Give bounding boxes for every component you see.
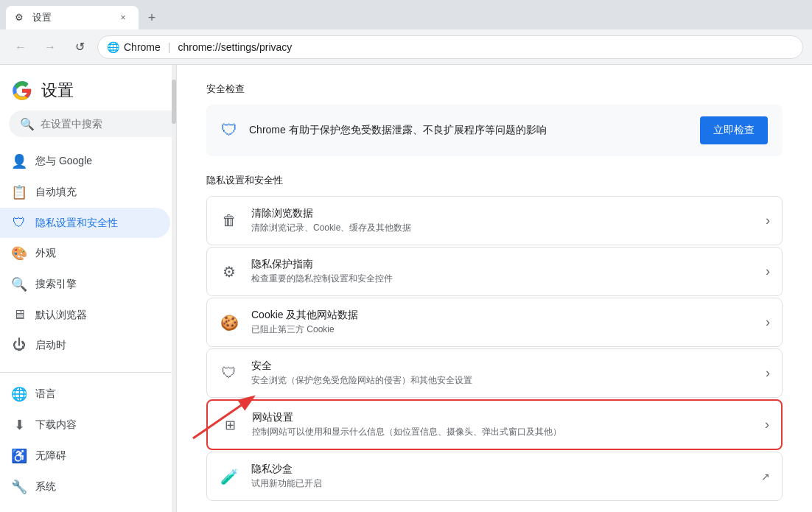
power-icon: ⏻ <box>12 337 27 353</box>
privacy-section-title: 隐私设置和安全性 <box>206 174 783 187</box>
sidebar-item-reset[interactable]: ↺ 重置并清理 <box>0 502 170 512</box>
safety-check-button[interactable]: 立即检查 <box>700 116 768 144</box>
external-link-icon: ↗ <box>761 471 770 483</box>
sidebar-label-search: 搜索引擎 <box>35 278 77 291</box>
setting-item-site-settings[interactable]: ⊞ 网站设置 控制网站可以使用和显示什么信息（如位置信息、摄像头、弹出式窗口及其… <box>206 399 783 450</box>
search-input[interactable] <box>41 118 177 130</box>
privacy-guide-title: 隐私保护指南 <box>251 258 754 271</box>
sidebar-item-downloads[interactable]: ⬇ 下载内容 <box>0 410 170 441</box>
new-tab-button[interactable]: + <box>141 7 162 28</box>
browser-titlebar: ⚙ 设置 × + <box>0 0 812 29</box>
person-icon: 👤 <box>12 153 27 169</box>
sidebar-scrollbar <box>172 65 176 512</box>
safety-check-text: Chrome 有助于保护您免受数据泄露、不良扩展程序等问题的影响 <box>249 124 688 137</box>
cookies-subtitle: 已阻止第三方 Cookie <box>251 323 754 336</box>
page-title: 设置 <box>41 80 74 102</box>
sidebar-item-appearance[interactable]: 🎨 外观 <box>0 238 170 269</box>
settings-search-box[interactable]: 🔍 <box>9 111 177 137</box>
sandbox-content: 隐私沙盒 试用新功能已开启 <box>251 463 749 490</box>
page-title-area: 设置 <box>0 71 176 108</box>
autofill-icon: 📋 <box>12 184 27 200</box>
sidebar-item-accessibility[interactable]: ♿ 无障碍 <box>0 441 170 471</box>
sandbox-subtitle: 试用新功能已开启 <box>251 477 749 490</box>
cookie-icon: 🍪 <box>219 314 239 332</box>
address-bar[interactable]: 🌐 Chrome | chrome://settings/privacy <box>97 35 803 59</box>
desktop-icon: 🖥 <box>12 307 27 323</box>
security-title: 安全 <box>251 360 754 373</box>
setting-item-security[interactable]: 🛡 安全 安全浏览（保护您免受危险网站的侵害）和其他安全设置 › <box>206 348 783 398</box>
sidebar-scrollbar-thumb <box>172 80 176 124</box>
site-settings-title: 网站设置 <box>252 411 753 424</box>
sidebar-label-appearance: 外观 <box>35 247 56 260</box>
search-icon: 🔍 <box>20 117 35 131</box>
shield-icon: 🛡 <box>12 215 27 231</box>
sidebar-item-google[interactable]: 👤 您与 Google <box>0 146 170 177</box>
tab-title: 设置 <box>32 11 111 24</box>
safety-check-title: 安全检查 <box>206 83 783 96</box>
sidebar-item-startup[interactable]: ⏻ 启动时 <box>0 330 170 360</box>
site-settings-content: 网站设置 控制网站可以使用和显示什么信息（如位置信息、摄像头、弹出式窗口及其他） <box>252 411 753 438</box>
site-settings-subtitle: 控制网站可以使用和显示什么信息（如位置信息、摄像头、弹出式窗口及其他） <box>252 426 753 438</box>
refresh-button[interactable]: ↺ <box>68 35 91 59</box>
privacy-guide-content: 隐私保护指南 检查重要的隐私控制设置和安全控件 <box>251 258 754 285</box>
trash-icon: 🗑 <box>219 212 239 229</box>
sidebar: 设置 🔍 👤 您与 Google 📋 自动填充 🛡 隐私设置和安全性 🎨 外观 <box>0 65 177 512</box>
address-separator: | <box>168 41 171 53</box>
setting-item-clear-browsing[interactable]: 🗑 清除浏览数据 清除浏览记录、Cookie、缓存及其他数据 › <box>206 196 783 245</box>
sidebar-item-default-browser[interactable]: 🖥 默认浏览器 <box>0 300 170 330</box>
cookies-title: Cookie 及其他网站数据 <box>251 309 754 322</box>
arrow-right-icon: › <box>766 264 770 279</box>
active-tab[interactable]: ⚙ 设置 × <box>6 6 139 29</box>
sidebar-search-area: 🔍 <box>0 108 176 146</box>
sidebar-bottom-section: 🌐 语言 ⬇ 下载内容 ♿ 无障碍 🔧 系统 ↺ 重置并清理 🧩 扩展程序 <box>0 372 176 512</box>
address-lock-icon: 🌐 <box>107 41 119 53</box>
address-url: chrome://settings/privacy <box>178 41 292 53</box>
cookies-content: Cookie 及其他网站数据 已阻止第三方 Cookie <box>251 309 754 336</box>
sidebar-item-autofill[interactable]: 📋 自动填充 <box>0 177 170 208</box>
sidebar-item-search[interactable]: 🔍 搜索引擎 <box>0 269 170 300</box>
search-icon: 🔍 <box>12 276 27 292</box>
google-logo-icon <box>12 80 32 101</box>
sidebar-label-system: 系统 <box>35 480 56 494</box>
address-site: Chrome <box>124 41 161 53</box>
setting-item-sandbox[interactable]: 🧪 隐私沙盒 试用新功能已开启 ↗ <box>206 452 783 501</box>
wrench-icon: 🔧 <box>12 479 27 495</box>
tab-favicon: ⚙ <box>15 12 27 24</box>
sidebar-label-google: 您与 Google <box>35 155 92 168</box>
download-icon: ⬇ <box>12 417 27 433</box>
globe-icon: 🌐 <box>12 386 27 402</box>
clear-browsing-title: 清除浏览数据 <box>251 207 754 220</box>
sidebar-label-accessibility: 无障碍 <box>35 449 66 463</box>
arrow-right-icon: › <box>766 213 770 228</box>
security-shield-icon: 🛡 <box>219 365 239 382</box>
tab-close-button[interactable]: × <box>116 11 130 24</box>
sidebar-item-system[interactable]: 🔧 系统 <box>0 471 170 502</box>
arrow-right-icon: › <box>766 365 770 381</box>
arrow-right-icon: › <box>765 417 769 432</box>
palette-icon: 🎨 <box>12 245 27 262</box>
setting-item-cookies[interactable]: 🍪 Cookie 及其他网站数据 已阻止第三方 Cookie › <box>206 298 783 347</box>
sidebar-label-startup: 启动时 <box>35 339 66 352</box>
site-settings-icon: ⊞ <box>220 417 240 433</box>
sandbox-icon: 🧪 <box>219 468 239 485</box>
security-subtitle: 安全浏览（保护您免受危险网站的侵害）和其他安全设置 <box>251 374 754 387</box>
sidebar-label-languages: 语言 <box>35 387 56 401</box>
arrow-right-icon: › <box>766 315 770 330</box>
sandbox-title: 隐私沙盒 <box>251 463 749 476</box>
sidebar-item-languages[interactable]: 🌐 语言 <box>0 379 170 410</box>
sidebar-item-privacy[interactable]: 🛡 隐私设置和安全性 <box>0 208 170 238</box>
safety-check-card: 🛡 Chrome 有助于保护您免受数据泄露、不良扩展程序等问题的影响 立即检查 <box>206 105 783 156</box>
back-button[interactable]: ← <box>9 35 32 59</box>
setting-item-privacy-guide[interactable]: ⚙ 隐私保护指南 检查重要的隐私控制设置和安全控件 › <box>206 247 783 296</box>
safety-shield-icon: 🛡 <box>221 121 237 140</box>
sidebar-label-privacy: 隐私设置和安全性 <box>35 217 118 230</box>
sidebar-label-default-browser: 默认浏览器 <box>35 309 87 322</box>
privacy-guide-subtitle: 检查重要的隐私控制设置和安全控件 <box>251 273 754 285</box>
sidebar-label-autofill: 自动填充 <box>35 186 77 199</box>
forward-button[interactable]: → <box>38 35 62 59</box>
security-content: 安全 安全浏览（保护您免受危险网站的侵害）和其他安全设置 <box>251 360 754 387</box>
clear-browsing-content: 清除浏览数据 清除浏览记录、Cookie、缓存及其他数据 <box>251 207 754 234</box>
settings-cog-icon: ⚙ <box>219 263 239 281</box>
main-content: 安全检查 🛡 Chrome 有助于保护您免受数据泄露、不良扩展程序等问题的影响 … <box>177 65 812 512</box>
browser-navbar: ← → ↺ 🌐 Chrome | chrome://settings/priva… <box>0 29 812 65</box>
